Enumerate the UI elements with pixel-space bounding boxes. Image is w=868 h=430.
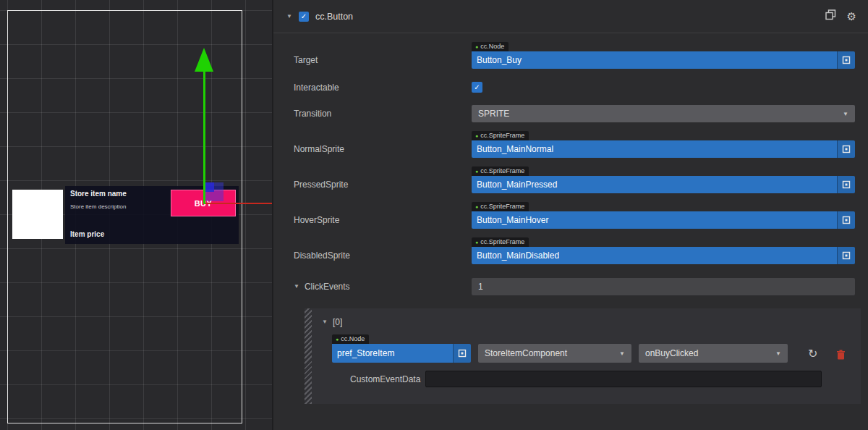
disabled-sprite-field[interactable]: Button_MainDisabled [472, 247, 855, 264]
click-event-item-panel: ▼ [0] ● cc.Node pref_StoreItem [305, 308, 861, 404]
event-handler-value: onBuyClicked [645, 348, 698, 358]
prop-row-normal-sprite: NormalSprite ● cc.SpriteFrame Button_Mai… [273, 131, 868, 158]
event-handler-row: ● cc.Node pref_StoreItem StoreItemCompon… [305, 334, 861, 363]
custom-event-data-input[interactable] [425, 371, 822, 387]
asset-picker-icon[interactable] [837, 247, 855, 264]
custom-event-data-row: CustomEventData [305, 371, 861, 387]
checkmark-icon: ✓ [474, 84, 480, 91]
prop-row-pressed-sprite: PressedSprite ● cc.SpriteFrame Button_Ma… [273, 166, 868, 193]
hover-sprite-field[interactable]: Button_MainHover [472, 211, 855, 229]
hover-sprite-label: HoverSprite [273, 211, 472, 229]
component-title: cc.Button [315, 12, 353, 22]
event-handler-select[interactable]: onBuyClicked ▼ [639, 344, 788, 363]
prop-row-hover-sprite: HoverSprite ● cc.SpriteFrame Button_Main… [273, 202, 868, 229]
target-type-badge: ● cc.Node [472, 42, 509, 51]
chevron-down-icon: ▼ [775, 350, 781, 357]
checkmark-icon: ✓ [301, 13, 307, 20]
collapse-arrow-icon[interactable]: ▼ [286, 14, 292, 20]
pressed-sprite-label: PressedSprite [273, 176, 472, 193]
store-item-image[interactable] [12, 190, 63, 239]
store-item-name-label: Store item name [70, 190, 127, 198]
prop-row-disabled-sprite: DisabledSprite ● cc.SpriteFrame Button_M… [273, 237, 868, 264]
component-header: ▼ ✓ cc.Button ⚙ [273, 0, 868, 33]
asset-dot-icon: ● [475, 204, 478, 209]
chevron-down-icon: ▼ [619, 350, 625, 357]
inspector-panel: ▼ ✓ cc.Button ⚙ Target ● cc.Node [273, 0, 868, 430]
pressed-sprite-value: Button_MainPressed [472, 176, 837, 193]
prop-row-click-events: ▼ ClickEvents 1 [273, 278, 868, 295]
component-enabled-checkbox[interactable]: ✓ [299, 12, 309, 22]
asset-dot-icon: ● [475, 133, 478, 138]
gizmo-x-axis-handle[interactable] [205, 203, 272, 204]
prop-row-target: Target ● cc.Node Button_Buy [273, 42, 868, 69]
transition-select[interactable]: SPRITE ▼ [472, 105, 855, 122]
normal-sprite-field[interactable]: Button_MainNormal [472, 140, 855, 158]
prop-row-transition: Transition SPRITE ▼ [273, 105, 868, 122]
gizmo-y-axis-arrow-icon[interactable] [195, 48, 213, 72]
normal-sprite-label: NormalSprite [273, 140, 472, 158]
gizmo-origin-handle[interactable] [205, 182, 214, 192]
disabled-sprite-value: Button_MainDisabled [472, 247, 837, 264]
copy-component-icon[interactable] [825, 9, 836, 20]
collapse-arrow-icon[interactable]: ▼ [294, 284, 299, 290]
node-dot-icon: ● [475, 44, 478, 49]
collapse-arrow-icon[interactable]: ▼ [322, 319, 328, 325]
asset-dot-icon: ● [475, 169, 478, 174]
hover-sprite-type-badge: ● cc.SpriteFrame [472, 202, 529, 211]
target-node-value: Button_Buy [472, 51, 837, 69]
store-item-description-label: Store item description [70, 203, 126, 210]
transition-value: SPRITE [478, 109, 509, 119]
gear-icon[interactable]: ⚙ [847, 11, 856, 22]
event-target-node-value: pref_StoreItem [332, 344, 453, 363]
gizmo-y-axis-handle[interactable] [203, 71, 205, 204]
asset-picker-icon[interactable] [837, 211, 855, 229]
hover-sprite-value: Button_MainHover [472, 211, 837, 229]
interactable-label: Interactable [273, 83, 472, 93]
node-picker-icon[interactable] [453, 344, 471, 363]
event-component-select[interactable]: StoreItemComponent ▼ [478, 344, 631, 363]
store-item-price-label: Item price [70, 230, 104, 238]
target-label: Target [273, 51, 472, 69]
event-index-label: [0] [333, 317, 342, 327]
pressed-sprite-type-badge: ● cc.SpriteFrame [472, 166, 529, 176]
event-component-value: StoreItemComponent [485, 348, 567, 358]
asset-picker-icon[interactable] [837, 140, 855, 158]
disabled-sprite-label: DisabledSprite [273, 247, 472, 264]
event-target-node-field[interactable]: pref_StoreItem [332, 344, 471, 363]
event-target-type-badge: ● cc.Node [332, 334, 369, 344]
normal-sprite-type-badge: ● cc.SpriteFrame [472, 131, 529, 140]
asset-dot-icon: ● [475, 240, 478, 245]
node-picker-icon[interactable] [837, 51, 855, 69]
interactable-checkbox[interactable]: ✓ [472, 82, 482, 93]
pressed-sprite-field[interactable]: Button_MainPressed [472, 176, 855, 193]
custom-event-data-label: CustomEventData [350, 374, 420, 384]
trash-icon[interactable] [836, 350, 846, 360]
target-node-field[interactable]: Button_Buy [472, 51, 855, 69]
chevron-down-icon: ▼ [843, 111, 848, 117]
asset-picker-icon[interactable] [837, 176, 855, 193]
node-dot-icon: ● [336, 337, 339, 342]
click-events-count-field[interactable]: 1 [472, 278, 855, 295]
prop-row-interactable: Interactable ✓ [273, 82, 868, 93]
refresh-icon[interactable]: ↻ [808, 348, 817, 360]
transition-label: Transition [273, 109, 472, 119]
scene-view[interactable]: Store item name Store item description I… [0, 0, 272, 430]
click-events-label: ClickEvents [305, 282, 350, 292]
normal-sprite-value: Button_MainNormal [472, 140, 837, 158]
disabled-sprite-type-badge: ● cc.SpriteFrame [472, 237, 529, 247]
